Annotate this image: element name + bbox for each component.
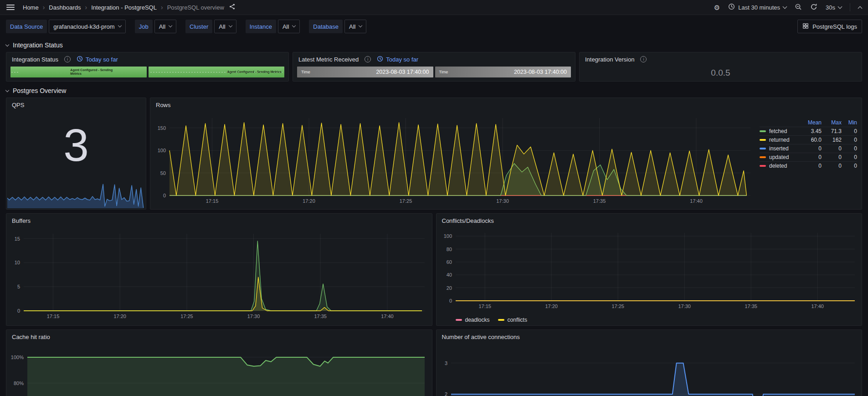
panel-rows[interactable]: Rows 05010015017:1517:2017:2517:3017:351… bbox=[150, 98, 862, 210]
clock-icon bbox=[77, 56, 83, 63]
filter-label[interactable]: Job bbox=[135, 20, 153, 33]
dropdown-value: All bbox=[349, 23, 355, 30]
legend-mean: 0 bbox=[801, 154, 822, 160]
collapse-topbar-icon[interactable] bbox=[858, 6, 863, 10]
filter-label[interactable]: Instance bbox=[246, 20, 276, 33]
chevron-down-icon bbox=[5, 42, 9, 46]
time-range-picker[interactable]: Last 30 minutes bbox=[728, 3, 786, 11]
refresh-icon[interactable] bbox=[810, 3, 817, 12]
filter-label[interactable]: Data Source bbox=[6, 20, 47, 33]
chevron-down-icon bbox=[5, 88, 9, 92]
panel-buffers[interactable]: Buffers 05101517:1517:2017:2517:3017:351… bbox=[6, 213, 432, 326]
status-sparkline bbox=[11, 72, 20, 72]
today-so-far-link[interactable]: Today so far bbox=[77, 56, 118, 63]
svg-text:100: 100 bbox=[158, 148, 166, 153]
status-bar[interactable]: Agent Configured - Sending Metrics bbox=[149, 67, 285, 77]
chevron-down-icon bbox=[292, 24, 296, 27]
legend-header-mean[interactable]: Mean bbox=[801, 119, 822, 126]
svg-text:17:25: 17:25 bbox=[400, 198, 412, 204]
legend-header-max[interactable]: Max bbox=[822, 119, 842, 126]
svg-text:100%: 100% bbox=[11, 355, 24, 360]
legend-series-label[interactable]: updated bbox=[760, 154, 801, 160]
clock-icon bbox=[728, 3, 735, 11]
filter-job: Job All bbox=[135, 20, 176, 33]
filter-data-source: Data Source grafanacloud-k3d-prom bbox=[6, 20, 126, 33]
filter-label[interactable]: Cluster bbox=[185, 20, 212, 33]
svg-text:60: 60 bbox=[446, 259, 452, 265]
section-title: Postgres Overview bbox=[13, 87, 66, 94]
legend-series-label[interactable]: deleted bbox=[760, 163, 801, 169]
panel-latest-metric: Latest Metric Received i Today so far Ti… bbox=[293, 52, 575, 82]
breadcrumb-folder[interactable]: Integration - PostgreSQL bbox=[91, 4, 157, 11]
svg-text:17:40: 17:40 bbox=[381, 314, 394, 319]
postgresql-logs-button[interactable]: PostgreSQL logs bbox=[797, 20, 862, 33]
metric-bar-label: Time bbox=[439, 70, 448, 74]
cluster-dropdown[interactable]: All bbox=[214, 20, 236, 33]
breadcrumb-current: PostgreSQL overview bbox=[167, 4, 224, 11]
legend-min: 0 bbox=[842, 128, 857, 134]
status-bar[interactable]: Agent Configured - Sending Metrics bbox=[10, 67, 147, 77]
breadcrumb-separator: › bbox=[43, 4, 45, 11]
svg-text:50: 50 bbox=[160, 170, 166, 176]
panel-title: Buffers bbox=[12, 217, 31, 224]
info-icon[interactable]: i bbox=[365, 56, 371, 62]
legend-row-inserted[interactable]: inserted000 bbox=[760, 144, 857, 153]
svg-text:2: 2 bbox=[444, 391, 447, 396]
rows-legend: Mean Max Min fetched3.4571.30returned60.… bbox=[760, 118, 857, 170]
legend-series-label[interactable]: returned bbox=[760, 137, 801, 143]
data-source-dropdown[interactable]: grafanacloud-k3d-prom bbox=[49, 20, 125, 33]
legend-row-returned[interactable]: returned60.01620 bbox=[760, 135, 857, 144]
instance-dropdown[interactable]: All bbox=[278, 20, 300, 33]
info-icon[interactable]: i bbox=[64, 56, 71, 62]
chevron-down-icon bbox=[783, 4, 787, 9]
panel-active-connections[interactable]: Number of active connections 32 bbox=[436, 329, 863, 396]
refresh-interval-picker[interactable]: 30s bbox=[826, 4, 842, 11]
svg-text:17:20: 17:20 bbox=[113, 314, 126, 319]
filter-cluster: Cluster All bbox=[185, 20, 236, 33]
svg-text:0: 0 bbox=[449, 298, 452, 303]
series-color-swatch bbox=[760, 139, 766, 141]
panel-title: Rows bbox=[156, 102, 171, 108]
zoom-out-icon[interactable] bbox=[795, 3, 802, 12]
panel-conflicts-deadlocks[interactable]: Conflicts/Deadlocks 02040608010017:1517:… bbox=[436, 213, 863, 326]
panel-title: QPS bbox=[12, 102, 24, 108]
section-postgres-overview[interactable]: Postgres Overview bbox=[0, 84, 868, 98]
legend-item-deadlocks[interactable]: deadlocks bbox=[456, 317, 490, 323]
panel-qps[interactable]: QPS 3 bbox=[6, 98, 146, 210]
today-so-far-link[interactable]: Today so far bbox=[377, 56, 418, 63]
metric-time-bar[interactable]: Time 2023-08-03 17:40:00 bbox=[435, 67, 571, 77]
dropdown-value: All bbox=[159, 23, 165, 30]
svg-text:80: 80 bbox=[446, 247, 452, 252]
job-dropdown[interactable]: All bbox=[154, 20, 176, 33]
share-icon[interactable] bbox=[229, 3, 236, 11]
legend-header-min[interactable]: Min bbox=[842, 119, 857, 126]
svg-text:3: 3 bbox=[444, 360, 447, 366]
legend-row-updated[interactable]: updated000 bbox=[760, 153, 857, 161]
legend-row-deleted[interactable]: deleted000 bbox=[760, 161, 857, 170]
legend-row-fetched[interactable]: fetched3.4571.30 bbox=[760, 127, 857, 135]
metric-time-bar[interactable]: Time 2023-08-03 17:40:00 bbox=[297, 67, 433, 77]
svg-text:100: 100 bbox=[443, 233, 452, 239]
legend-item-conflicts[interactable]: conflicts bbox=[498, 317, 527, 323]
legend-max: 0 bbox=[822, 154, 842, 160]
menu-icon[interactable] bbox=[6, 5, 15, 10]
legend-header: Mean Max Min bbox=[760, 118, 857, 127]
clock-icon bbox=[377, 56, 383, 63]
breadcrumb-dashboards[interactable]: Dashboards bbox=[49, 4, 81, 11]
dashboard-settings-icon[interactable]: ⚙ bbox=[714, 4, 720, 11]
panel-cache-hit-ratio[interactable]: Cache hit ratio 100%80%60% bbox=[6, 329, 432, 396]
series-color-swatch bbox=[760, 156, 766, 158]
chevron-down-icon bbox=[169, 24, 172, 27]
breadcrumb-home[interactable]: Home bbox=[23, 4, 39, 11]
filter-label[interactable]: Database bbox=[309, 20, 343, 33]
link-label: Today so far bbox=[86, 56, 118, 63]
panel-title: Conflicts/Deadlocks bbox=[442, 217, 494, 224]
section-integration-status[interactable]: Integration Status bbox=[0, 39, 868, 52]
svg-text:17:35: 17:35 bbox=[745, 303, 757, 309]
info-icon[interactable]: i bbox=[640, 56, 647, 62]
legend-series-label[interactable]: inserted bbox=[760, 145, 801, 152]
database-dropdown[interactable]: All bbox=[344, 20, 366, 33]
legend-series-label[interactable]: fetched bbox=[760, 128, 801, 134]
chevron-down-icon bbox=[838, 4, 842, 9]
chevron-down-icon bbox=[359, 24, 362, 27]
